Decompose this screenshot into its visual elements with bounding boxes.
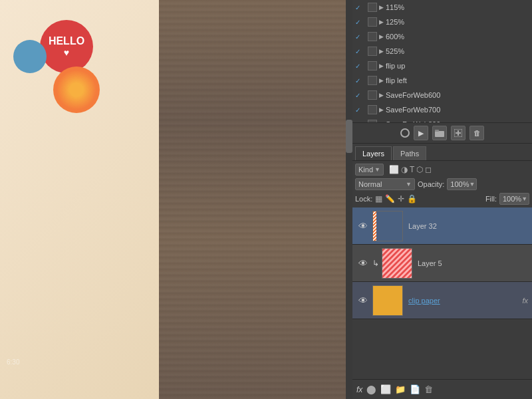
canvas-scrollbar[interactable]: [346, 0, 352, 399]
kind-dropdown[interactable]: Kind ▼: [355, 164, 384, 176]
eye-icon-2: 👁: [358, 295, 368, 306]
circle-icon: [400, 128, 410, 138]
action-expand-4[interactable]: ▶: [379, 63, 384, 69]
action-name-7: SaveForWeb700: [386, 106, 529, 114]
action-item-6[interactable]: ✓ ▶ SaveForWeb600: [352, 88, 532, 102]
layer-item-2[interactable]: 👁 clip paper fx: [352, 282, 532, 319]
action-checkbox-6[interactable]: [368, 90, 377, 100]
kind-label: Kind: [358, 166, 373, 174]
type-filter-icon[interactable]: T: [410, 165, 414, 174]
pixel-filter-icon[interactable]: ⬜: [389, 165, 399, 174]
fill-control: Fill: 100% ▼: [485, 193, 529, 205]
action-check-5: ✓: [355, 77, 366, 84]
opacity-input[interactable]: 100% ▼: [447, 178, 477, 190]
delete-action-button[interactable]: 🗑: [469, 126, 484, 140]
action-expand-5[interactable]: ▶: [379, 77, 384, 84]
action-name-2: 600%: [386, 33, 529, 41]
action-name-3: 525%: [386, 47, 529, 55]
right-panel: ✓ ▶ 115% ✓ ▶ 125% ✓ ▶ 600% ✓ ▶ 525% ✓ ▶ …: [352, 0, 532, 399]
fill-input[interactable]: 100% ▼: [499, 193, 529, 205]
action-name-0: 115%: [386, 3, 529, 11]
mask-button[interactable]: ⬜: [380, 384, 391, 394]
action-checkbox-3[interactable]: [368, 47, 377, 56]
panel-tabs: Layers Paths: [352, 144, 532, 161]
tab-paths[interactable]: Paths: [393, 146, 426, 160]
action-check-1: ✓: [355, 19, 366, 26]
canvas-timestamp: 6:30: [7, 358, 19, 366]
action-checkbox-4[interactable]: [368, 61, 377, 70]
fill-value: 100%: [503, 195, 521, 203]
scrapbook-elements: HELLO ♥ 6:30: [0, 0, 159, 399]
play-button[interactable]: ▶: [414, 126, 428, 140]
action-checkbox-2[interactable]: [368, 32, 377, 41]
opacity-value: 100%: [450, 180, 469, 188]
flower-blue: [13, 40, 47, 73]
panel-toolbar: ▶ 🗑: [352, 123, 532, 144]
action-check-2: ✓: [355, 33, 366, 41]
eye-icon-1: 👁: [358, 258, 368, 269]
action-item-5[interactable]: ✓ ▶ flip left: [352, 73, 532, 88]
layer-visibility-1[interactable]: 👁: [356, 257, 370, 270]
action-name-6: SaveForWeb600: [386, 91, 529, 99]
action-item-2[interactable]: ✓ ▶ 600%: [352, 29, 532, 44]
layer-thumbnail-1: [382, 248, 412, 279]
layer-thumbnail-0: [372, 211, 403, 241]
panel-bottom: fx ⬤ ⬜ 📁 📄 🗑: [352, 379, 532, 399]
action-item-8[interactable]: ✓ ▶ SaveForWeb800: [352, 117, 532, 123]
folder-button[interactable]: [432, 126, 447, 140]
lock-move-icon[interactable]: ✛: [398, 194, 404, 203]
action-expand-0[interactable]: ▶: [379, 4, 384, 11]
fill-label: Fill:: [485, 195, 497, 203]
adjustment-filter-icon[interactable]: ◑: [401, 165, 408, 174]
action-expand-1[interactable]: ▶: [379, 19, 384, 25]
layers-list: 👁 Layer 32 👁 ↳ Layer 5 👁: [352, 207, 532, 379]
shape-filter-icon[interactable]: ⬡: [416, 165, 423, 174]
mode-chevron-icon: ▼: [406, 181, 412, 188]
action-list: ✓ ▶ 115% ✓ ▶ 125% ✓ ▶ 600% ✓ ▶ 525% ✓ ▶ …: [352, 0, 532, 123]
action-expand-2[interactable]: ▶: [379, 33, 384, 40]
layer-fx-2: fx: [522, 297, 528, 305]
lock-paint-icon[interactable]: ✏️: [385, 194, 395, 203]
action-item-1[interactable]: ✓ ▶ 125%: [352, 15, 532, 29]
action-check-7: ✓: [355, 106, 366, 114]
action-expand-3[interactable]: ▶: [379, 48, 384, 55]
kind-chevron-icon: ▼: [374, 166, 380, 173]
canvas-area: HELLO ♥ 6:30: [0, 0, 352, 399]
action-expand-6[interactable]: ▶: [379, 92, 384, 98]
adjustment-layer-button[interactable]: ⬤: [366, 384, 376, 394]
group-button[interactable]: 📁: [395, 384, 406, 394]
action-checkbox-0[interactable]: [368, 3, 377, 12]
smart-filter-icon[interactable]: ◻: [425, 165, 432, 174]
eye-icon-0: 👁: [358, 221, 368, 231]
layer-item-0[interactable]: 👁 Layer 32: [352, 207, 532, 245]
opacity-chevron-icon: ▼: [469, 181, 475, 188]
svg-rect-4: [456, 132, 461, 134]
action-item-3[interactable]: ✓ ▶ 525%: [352, 44, 532, 59]
action-item-7[interactable]: ✓ ▶ SaveForWeb700: [352, 102, 532, 117]
action-checkbox-5[interactable]: [368, 76, 377, 85]
hello-badge: HELLO ♥: [40, 20, 93, 73]
action-name-1: 125%: [386, 18, 529, 26]
layer-item-1[interactable]: 👁 ↳ Layer 5: [352, 245, 532, 282]
layer-visibility-2[interactable]: 👁: [356, 294, 370, 307]
layer-visibility-0[interactable]: 👁: [356, 219, 370, 233]
mode-dropdown[interactable]: Normal ▼: [355, 178, 415, 190]
kind-row: Kind ▼ ⬜ ◑ T ⬡ ◻: [355, 164, 529, 176]
new-action-button[interactable]: [451, 126, 466, 140]
layer-name-2: clip paper: [408, 297, 522, 305]
flower-orange: [53, 66, 100, 113]
fx-button[interactable]: fx: [356, 385, 362, 394]
new-layer-button[interactable]: 📄: [410, 384, 420, 394]
lock-transparent-icon[interactable]: ▦: [375, 194, 382, 203]
action-checkbox-1[interactable]: [368, 17, 377, 27]
delete-layer-button[interactable]: 🗑: [424, 384, 433, 394]
action-item-0[interactable]: ✓ ▶ 115%: [352, 0, 532, 15]
action-check-6: ✓: [355, 92, 366, 99]
clip-icon-1: ↳: [372, 259, 379, 268]
canvas-scrollbar-thumb[interactable]: [346, 120, 352, 153]
action-checkbox-7[interactable]: [368, 105, 377, 114]
tab-layers[interactable]: Layers: [355, 146, 392, 160]
lock-all-icon[interactable]: 🔒: [407, 194, 417, 203]
action-expand-7[interactable]: ▶: [379, 106, 384, 113]
action-item-4[interactable]: ✓ ▶ flip up: [352, 59, 532, 73]
